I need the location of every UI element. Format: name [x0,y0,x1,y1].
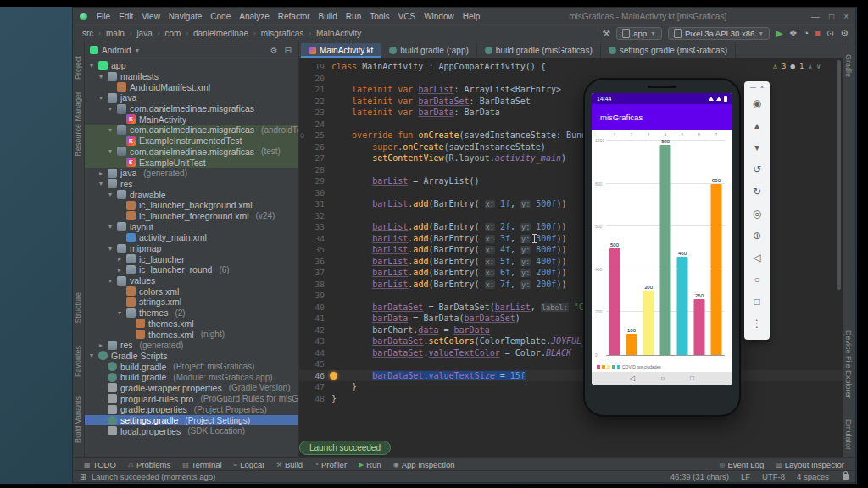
breadcrumb-item[interactable]: MainActivity [314,29,364,38]
back-button[interactable]: ◁ [753,247,760,269]
tree-item[interactable]: gradle.properties(Project Properties) [85,404,298,415]
tree-item[interactable]: proguard-rules.pro(ProGuard Rules for mi… [85,393,298,404]
chevron-down-icon[interactable]: ▾ [97,180,104,187]
chevron-down-icon[interactable]: ▾ [88,352,95,359]
search-everywhere-button[interactable]: ⊙ [826,29,834,38]
tool-window-tab-profiler[interactable]: ◔Profiler [309,460,353,469]
tree-item[interactable]: ▾themes(2) [85,308,298,319]
menu-vcs[interactable]: VCS [394,12,420,21]
panel-settings-icon[interactable]: ⚙ [269,46,280,55]
chevron-down-icon[interactable]: ▾ [107,277,114,285]
tool-window-tab-logcat[interactable]: ≡Logcat [228,460,270,469]
breadcrumb-item[interactable]: com [162,29,183,38]
tree-item[interactable]: colors.xml [85,286,298,297]
tree-item[interactable]: strings.xml [85,297,298,308]
android-back-button[interactable]: ◁ [630,374,635,382]
settings-button[interactable]: ⚙ [840,29,849,38]
tree-item[interactable]: ▾app [85,60,298,71]
tool-strip-label-resource-manager[interactable]: Resource Manager [74,92,82,157]
menu-help[interactable]: Help [459,12,485,21]
indent-style[interactable]: 4 spaces [797,472,829,481]
menu-refactor[interactable]: Refactor [274,12,314,21]
close-button[interactable]: × [843,12,849,21]
run-config-select[interactable]: app ▼ [616,27,662,40]
chevron-down-icon[interactable]: ▾ [107,191,114,198]
tree-item[interactable]: AndroidManifest.xml [85,81,298,92]
emulator-close-button[interactable]: × [760,84,764,90]
tree-item[interactable]: ▾mipmap [85,243,298,254]
android-recents-button[interactable]: □ [690,374,694,382]
line-separator[interactable]: LF [741,472,750,481]
tree-item[interactable]: ▾java [85,92,298,103]
power-button[interactable]: ◉ [753,92,761,114]
tree-item[interactable]: ▸res(generated) [85,340,298,351]
menu-window[interactable]: Window [420,12,459,21]
tree-item[interactable]: KMainActivity [85,114,298,125]
overview-button[interactable]: □ [754,291,760,313]
tree-item[interactable]: ic_launcher_background.xml [85,200,298,211]
tree-item[interactable]: ▾manifests [85,71,298,82]
tree-item[interactable]: ▾com.danielmedinae.misgraficas(test) [85,147,298,158]
tool-strip-label-device-file-explorer[interactable]: Device File Explorer [844,330,853,399]
code-line[interactable]: 44 barDataSet.valueTextColor = Color.BLA… [299,347,843,359]
menu-analyze[interactable]: Analyze [235,12,274,21]
tool-strip-label-structure[interactable]: Structure [74,292,82,324]
code-line[interactable]: 48} [299,393,843,405]
chevron-right-icon[interactable]: ▸ [116,266,123,274]
tab-settings-gradle-misgraficas[interactable]: settings.gradle (misGraficas) [601,43,736,58]
chevron-down-icon[interactable]: ▾ [107,223,114,230]
caret-position[interactable]: 46:39 (31 chars) [670,472,729,481]
tool-window-tab-app-inspection[interactable]: ◉App Inspection [387,460,461,469]
breadcrumb-item[interactable]: danielmedinae [191,29,251,38]
run-button[interactable]: ▶ [776,29,782,38]
build-hammer-icon[interactable]: ⚒ [602,29,610,38]
tree-item[interactable]: build.gradle(Module: misGraficas.app) [85,372,298,383]
tree-item[interactable]: settings.gradle(Project Settings) [85,415,298,426]
tool-window-tab-problems[interactable]: ⚠Problems [122,460,176,469]
breadcrumb-item[interactable]: misgraficas [259,29,307,38]
code-line[interactable]: 47 } [299,381,843,393]
code-line[interactable]: 46 barDataSet.valueTextSize = 15f [299,370,843,382]
menu-edit[interactable]: Edit [114,12,137,21]
tree-item[interactable]: ▾com.danielmedinae.misgraficas(androidTe… [85,125,298,136]
tree-item[interactable]: ▾res [85,179,298,190]
chevron-right-icon[interactable]: ▸ [116,255,123,263]
menu-file[interactable]: File [92,12,114,21]
tool-window-switcher-icon[interactable]: ⊞ [80,472,86,481]
intention-bulb-icon[interactable] [330,372,337,380]
breadcrumb-item[interactable]: main [103,29,127,38]
volume-up-button[interactable]: ▴ [754,114,760,136]
breadcrumb-item[interactable]: src [80,29,96,38]
chevron-down-icon[interactable]: ▾ [97,94,104,102]
chevron-down-icon[interactable]: ▾ [107,245,114,252]
readonly-lock-icon[interactable] [843,474,849,480]
menu-navigate[interactable]: Navigate [164,12,206,21]
chevron-right-icon[interactable]: ▸ [97,169,104,177]
tab-build-gradle-misgraficas[interactable]: build.gradle (misGraficas) [477,43,601,58]
tree-item[interactable]: build.gradle(Project: misGraficas) [85,361,298,372]
tool-strip-label-favorites[interactable]: Favorites [74,346,82,377]
tree-item[interactable]: KExampleUnitTest [85,157,298,168]
chevron-right-icon[interactable]: ▸ [97,341,104,349]
tree-item[interactable]: gradle-wrapper.properties(Gradle Version… [85,383,298,394]
phone-screen[interactable]: 14:44 misGraficas 0200400600800100050011… [592,93,732,385]
tab-build-gradle-app[interactable]: build.gradle (:app) [381,43,477,58]
screenshot-button[interactable]: ◎ [753,202,761,225]
tool-window-tab-run[interactable]: ▶Run [353,460,387,469]
tree-item[interactable]: ▸java(generated) [85,168,298,179]
menu-code[interactable]: Code [206,12,235,21]
project-view-selector[interactable]: Android [102,46,131,55]
chevron-down-icon[interactable]: ▾ [107,126,114,134]
menu-build[interactable]: Build [314,12,342,21]
chevron-down-icon[interactable]: ▾ [97,73,104,80]
tool-strip-label-gradle[interactable]: Gradle [844,54,853,77]
tool-window-tab-event-log[interactable]: ◎Event Log [713,460,770,469]
stop-button[interactable]: ■ [815,29,821,38]
more-button[interactable]: ⋮ [752,313,762,335]
volume-down-button[interactable]: ▾ [754,136,760,158]
menu-view[interactable]: View [137,12,164,21]
tool-strip-label-project[interactable]: Project [74,56,82,80]
minimize-button[interactable]: — [811,12,820,21]
menu-tools[interactable]: Tools [365,12,393,21]
tree-item[interactable]: ▾com.danielmedinae.misgraficas [85,103,298,114]
